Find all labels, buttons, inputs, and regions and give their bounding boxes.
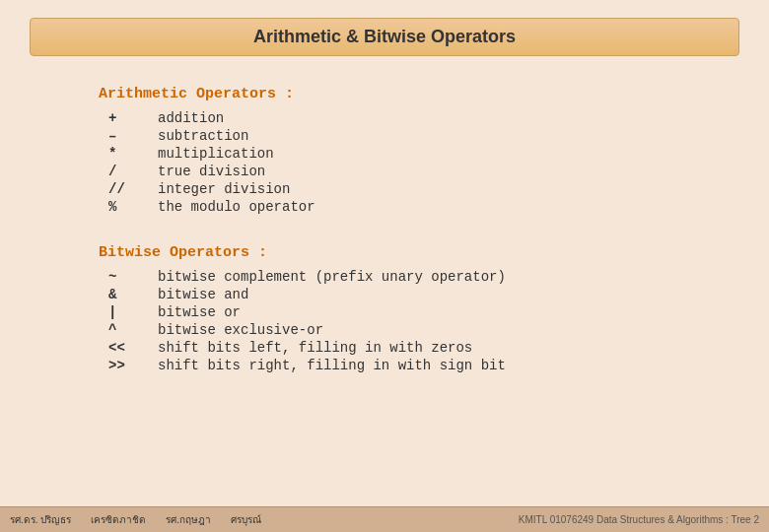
footer-item: รศ.ดร. ปริญธร xyxy=(10,512,71,527)
operator-description: bitwise and xyxy=(158,287,710,302)
operator-symbol: & xyxy=(99,287,158,302)
operator-symbol: ^ xyxy=(99,322,158,338)
operator-symbol: * xyxy=(99,146,158,162)
operator-description: addition xyxy=(158,110,710,126)
operator-symbol: << xyxy=(99,340,158,356)
footer-item: รศ.กฤษฎา xyxy=(166,512,211,527)
operator-symbol: ~ xyxy=(99,269,158,285)
operator-description: shift bits right, filling in with sign b… xyxy=(158,358,710,373)
footer-item: เครซิดภาชิด xyxy=(91,512,146,527)
operator-description: multiplication xyxy=(158,146,710,162)
bitwise-section-title: Bitwise Operators : xyxy=(99,244,710,261)
title-bar: Arithmetic & Bitwise Operators xyxy=(30,18,739,56)
bitwise-operators-table: ~bitwise complement (prefix unary operat… xyxy=(99,269,710,373)
main-content: Arithmetic Operators : +addition–subtrac… xyxy=(0,56,769,506)
operator-description: bitwise or xyxy=(158,304,710,320)
arithmetic-operators-table: +addition–subtraction*multiplication/tru… xyxy=(99,110,710,215)
page-title: Arithmetic & Bitwise Operators xyxy=(253,27,516,46)
operator-description: integer division xyxy=(158,181,710,197)
arithmetic-section: Arithmetic Operators : +addition–subtrac… xyxy=(99,86,710,215)
operator-symbol: / xyxy=(99,164,158,179)
bitwise-section: Bitwise Operators : ~bitwise complement … xyxy=(99,244,710,373)
operator-description: true division xyxy=(158,164,710,179)
page-container: Arithmetic & Bitwise Operators Arithmeti… xyxy=(0,0,769,532)
operator-description: subtraction xyxy=(158,128,710,144)
operator-description: shift bits left, filling in with zeros xyxy=(158,340,710,356)
arithmetic-section-title: Arithmetic Operators : xyxy=(99,86,710,102)
footer-bar: รศ.ดร. ปริญธรเครซิดภาชิดรศ.กฤษฎาศรบุรณ์ … xyxy=(0,506,769,532)
operator-description: bitwise complement (prefix unary operato… xyxy=(158,269,710,285)
operator-description: bitwise exclusive-or xyxy=(158,322,710,338)
operator-symbol: >> xyxy=(99,358,158,373)
operator-symbol: – xyxy=(99,128,158,144)
operator-symbol: + xyxy=(99,110,158,126)
operator-description: the modulo operator xyxy=(158,199,710,215)
operator-symbol: % xyxy=(99,199,158,215)
operator-symbol: | xyxy=(99,304,158,320)
footer-left: รศ.ดร. ปริญธรเครซิดภาชิดรศ.กฤษฎาศรบุรณ์ xyxy=(10,512,261,527)
operator-symbol: // xyxy=(99,181,158,197)
footer-right: KMITL 01076249 Data Structures & Algorit… xyxy=(519,514,759,525)
footer-item: ศรบุรณ์ xyxy=(231,512,261,527)
